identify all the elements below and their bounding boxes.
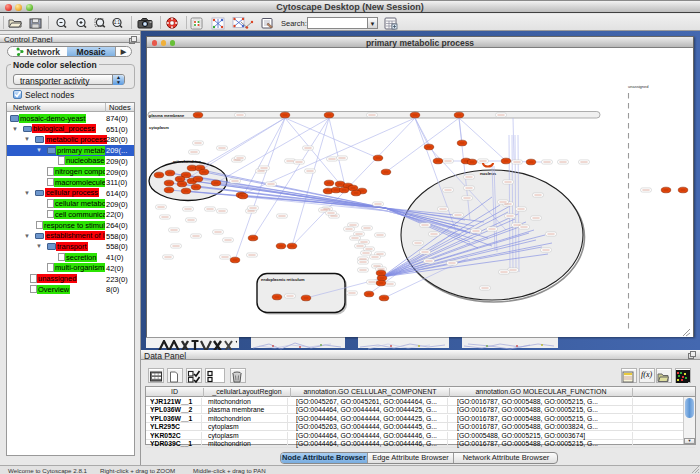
svg-text:plasma membrane: plasma membrane — [149, 113, 185, 118]
svg-text:unassigned: unassigned — [628, 84, 648, 89]
svg-text:cytoplasm: cytoplasm — [149, 125, 169, 130]
svg-text:1:1: 1:1 — [114, 20, 121, 25]
svg-text:endoplasmic reticulum: endoplasmic reticulum — [261, 277, 305, 282]
svg-text:mitochondrion: mitochondrion — [173, 159, 202, 164]
